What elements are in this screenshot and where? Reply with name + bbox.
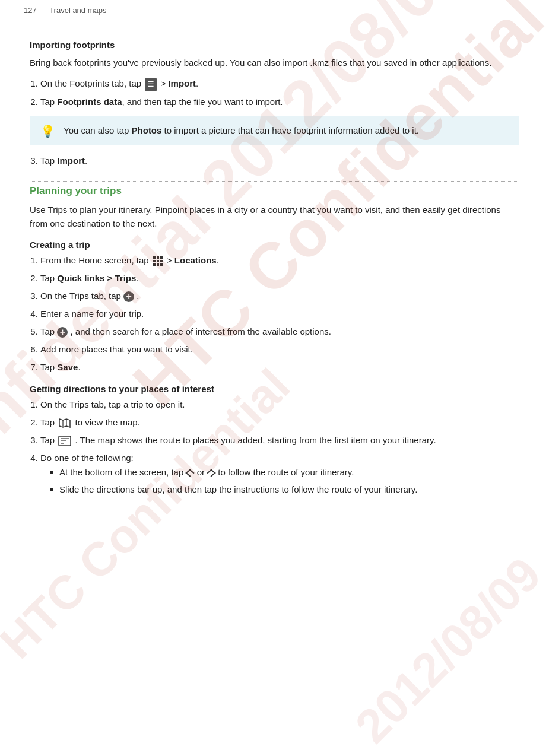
svg-rect-1: [157, 256, 159, 259]
svg-rect-5: [160, 260, 163, 262]
importing-step-3: Tap Import.: [40, 154, 519, 168]
directions-bullets: At the bottom of the screen, tap or to f…: [59, 465, 519, 497]
step1-text-after: > Import.: [160, 78, 198, 88]
tip-box: 💡 You can also tap Photos to import a pi…: [30, 116, 519, 145]
directions-step-3: Tap . The map shows the route to places …: [40, 433, 519, 447]
svg-rect-7: [157, 263, 159, 266]
planning-trips-title: Planning your trips: [30, 185, 519, 197]
bullet-1: At the bottom of the screen, tap or to f…: [59, 465, 519, 479]
importing-footprints-intro: Bring back footprints you've previously …: [30, 56, 519, 69]
getting-directions-heading: Getting directions to your places of int…: [30, 384, 519, 394]
menu-icon: ☰: [145, 78, 157, 91]
chapter-title: Travel and maps: [49, 6, 106, 15]
creating-step-7: Tap Save.: [40, 360, 519, 374]
directions-step-1: On the Trips tab, tap a trip to open it.: [40, 398, 519, 412]
creating-trip-heading: Creating a trip: [30, 240, 519, 250]
importing-footprints-section: Importing footprints Bring back footprin…: [30, 40, 519, 168]
svg-marker-9: [59, 419, 70, 427]
creating-step-4: Enter a name for your trip.: [40, 307, 519, 321]
lightbulb-icon: 💡: [40, 124, 55, 138]
planning-trips-intro: Use Trips to plan your itinerary. Pinpoi…: [30, 203, 519, 231]
step3-text: Tap Import.: [40, 155, 87, 166]
step1-text-before: On the Footprints tab, tap: [40, 78, 144, 88]
grid-icon: [153, 256, 163, 266]
bullet-2: Slide the directions bar up, and then ta…: [59, 482, 519, 497]
svg-rect-8: [160, 263, 163, 266]
plus-icon-2: +: [57, 327, 68, 338]
creating-step-1: From the Home screen, tap > Locations.: [40, 253, 519, 268]
planning-trips-section: Planning your trips Use Trips to plan yo…: [30, 185, 519, 497]
page-number: 127: [24, 6, 37, 15]
getting-directions-steps: On the Trips tab, tap a trip to open it.…: [40, 398, 519, 497]
creating-step-6: Add more places that you want to visit.: [40, 342, 519, 357]
svg-rect-6: [153, 263, 156, 266]
directions-step-2: Tap to view the map.: [40, 415, 519, 430]
creating-step-5: Tap + , and then search for a place of i…: [40, 325, 519, 339]
importing-step-1: On the Footprints tab, tap ☰ > Import.: [40, 77, 519, 91]
svg-rect-3: [153, 260, 156, 262]
creating-step-3: On the Trips tab, tap + .: [40, 289, 519, 303]
section-divider: [30, 181, 519, 182]
directions-step-4: Do one of the following: At the bottom o…: [40, 451, 519, 497]
chevron-right-icon: [207, 469, 215, 477]
svg-rect-0: [153, 256, 156, 259]
route-icon: [58, 436, 71, 446]
importing-step3-list: Tap Import.: [40, 154, 519, 168]
watermark-4: 2012/08/09: [345, 547, 549, 754]
creating-step-2: Tap Quick links > Trips.: [40, 271, 519, 285]
step2-text-before: Tap Footprints data, and then tap the fi…: [40, 97, 283, 107]
tip-text: You can also tap Photos to import a pict…: [64, 123, 419, 137]
importing-footprints-title: Importing footprints: [30, 40, 519, 50]
map-view-icon: [58, 418, 71, 428]
getting-directions-subsection: Getting directions to your places of int…: [30, 384, 519, 497]
main-content: Importing footprints Bring back footprin…: [0, 18, 549, 520]
plus-icon-1: +: [123, 291, 134, 302]
creating-trip-steps: From the Home screen, tap > Locations.: [40, 253, 519, 374]
page-header: 127 Travel and maps: [0, 0, 549, 18]
importing-step-2: Tap Footprints data, and then tap the fi…: [40, 95, 519, 109]
chevron-left-icon: [186, 469, 195, 477]
svg-rect-2: [160, 256, 163, 259]
importing-steps-list: On the Footprints tab, tap ☰ > Import. T…: [40, 77, 519, 109]
svg-rect-4: [157, 260, 159, 262]
creating-trip-subsection: Creating a trip From the Home screen, ta…: [30, 240, 519, 374]
